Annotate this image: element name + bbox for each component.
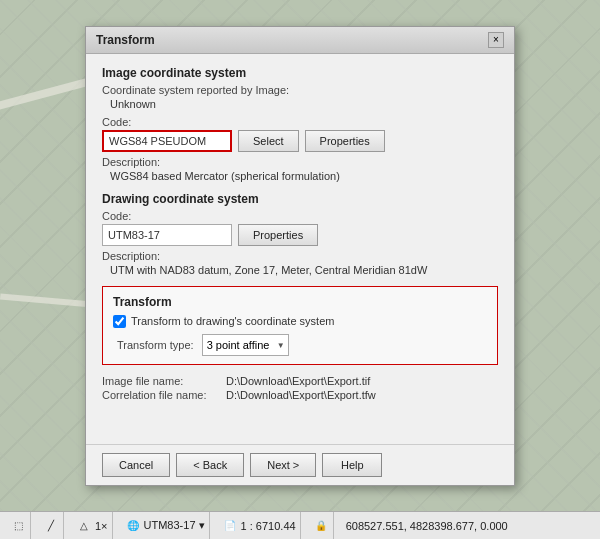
correlation-file-label: Correlation file name: <box>102 389 222 401</box>
correlation-file-value: D:\Download\Export\Export.tfw <box>226 389 376 401</box>
transform-type-label: Transform type: <box>117 339 194 351</box>
reported-label: Coordinate system reported by Image: <box>102 84 498 96</box>
image-code-input[interactable] <box>102 130 232 152</box>
drawing-description-value: UTM with NAD83 datum, Zone 17, Meter, Ce… <box>102 264 498 276</box>
cancel-button[interactable]: Cancel <box>102 453 170 477</box>
transform-checkbox[interactable] <box>113 315 126 328</box>
image-file-row: Image file name: D:\Download\Export\Expo… <box>102 375 498 387</box>
drawing-description-label: Description: <box>102 250 498 262</box>
help-button[interactable]: Help <box>322 453 382 477</box>
close-button[interactable]: × <box>488 32 504 48</box>
image-file-value: D:\Download\Export\Export.tif <box>226 375 370 387</box>
dialog-buttons: Cancel < Back Next > Help <box>86 444 514 485</box>
reported-value: Unknown <box>102 98 498 110</box>
drawing-code-row: Properties <box>102 224 498 246</box>
image-file-label: Image file name: <box>102 375 222 387</box>
image-coordinate-section-label: Image coordinate system <box>102 66 498 80</box>
correlation-file-row: Correlation file name: D:\Download\Expor… <box>102 389 498 401</box>
drawing-coordinate-section: Drawing coordinate system Code: Properti… <box>102 192 498 276</box>
next-button[interactable]: Next > <box>250 453 316 477</box>
drawing-code-label: Code: <box>102 210 498 222</box>
transform-checkbox-label: Transform to drawing's coordinate system <box>131 315 334 327</box>
dialog-title: Transform <box>96 33 155 47</box>
transform-checkbox-row: Transform to drawing's coordinate system <box>113 315 487 328</box>
transform-type-select-wrapper: 3 point affine Helmert Projective Polyno… <box>202 334 289 356</box>
transform-section-label: Transform <box>113 295 487 309</box>
dialog-overlay: Transform × Image coordinate system Coor… <box>0 0 600 539</box>
image-description-label: Description: <box>102 156 498 168</box>
dialog-titlebar: Transform × <box>86 27 514 54</box>
transform-dialog: Transform × Image coordinate system Coor… <box>85 26 515 486</box>
transform-type-select[interactable]: 3 point affine Helmert Projective Polyno… <box>202 334 289 356</box>
back-button[interactable]: < Back <box>176 453 244 477</box>
image-properties-button[interactable]: Properties <box>305 130 385 152</box>
image-description-value: WGS84 based Mercator (spherical formulat… <box>102 170 498 182</box>
transform-section: Transform Transform to drawing's coordin… <box>102 286 498 365</box>
drawing-coordinate-section-label: Drawing coordinate system <box>102 192 498 206</box>
image-coordinate-section: Image coordinate system Coordinate syste… <box>102 66 498 182</box>
dialog-content: Image coordinate system Coordinate syste… <box>86 54 514 444</box>
file-info-section: Image file name: D:\Download\Export\Expo… <box>102 375 498 401</box>
drawing-code-input[interactable] <box>102 224 232 246</box>
transform-type-row: Transform type: 3 point affine Helmert P… <box>113 334 487 356</box>
image-code-label: Code: <box>102 116 498 128</box>
drawing-properties-button[interactable]: Properties <box>238 224 318 246</box>
image-code-row: Select Properties <box>102 130 498 152</box>
select-button[interactable]: Select <box>238 130 299 152</box>
